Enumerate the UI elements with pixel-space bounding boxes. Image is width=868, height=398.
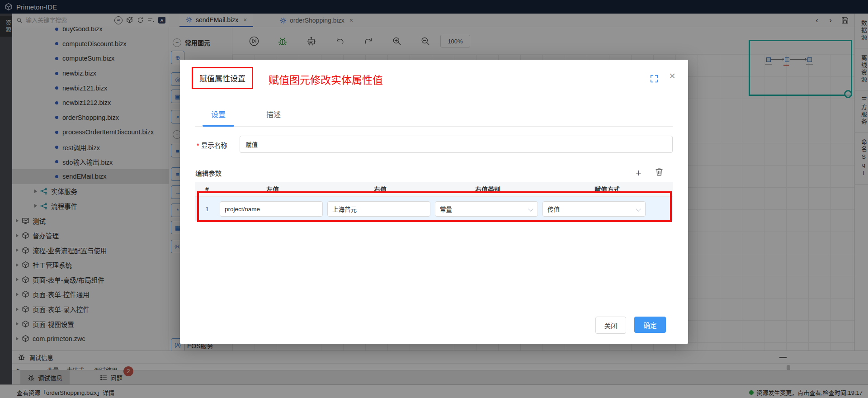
confirm-button[interactable]: 确定 (634, 317, 666, 333)
delete-row-icon[interactable] (655, 167, 664, 176)
add-row-icon[interactable]: + (636, 167, 642, 179)
row-annotation-box (197, 191, 672, 222)
tab-divider (195, 126, 673, 127)
fullscreen-icon[interactable] (650, 74, 658, 82)
annotation-text: 赋值图元修改实体属性值 (269, 71, 383, 87)
dialog-tab-description[interactable]: 描述 (266, 109, 281, 119)
edit-params-label: 编辑参数 (195, 168, 222, 178)
active-tab-underline (203, 125, 234, 127)
dialog-tab-settings[interactable]: 设置 (211, 109, 226, 119)
assignment-properties-dialog: 赋值属性设置 赋值图元修改实体属性值 × 设置 描述 *显示名称 编辑参数 + … (180, 60, 688, 344)
close-button[interactable]: 关闭 (595, 317, 626, 334)
display-name-label: *显示名称 (197, 140, 227, 150)
display-name-input[interactable] (240, 136, 673, 153)
required-asterisk: * (197, 142, 199, 149)
dialog-title-annotation-box: 赋值属性设置 (192, 67, 253, 89)
dialog-title: 赋值属性设置 (199, 75, 245, 83)
close-icon[interactable]: × (669, 70, 675, 82)
